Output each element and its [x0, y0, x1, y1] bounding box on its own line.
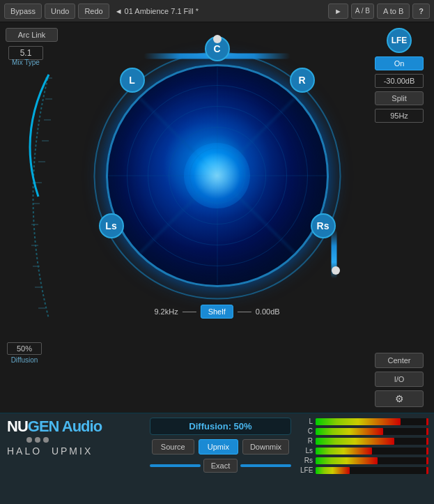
vu-tick-rs: [426, 457, 428, 464]
vu-bar-ls: [316, 448, 372, 455]
filter-controls: 9.2kHz Shelf 0.00dB: [154, 305, 279, 319]
logo-nu: NU: [7, 418, 28, 435]
play-button[interactable]: ►: [328, 3, 348, 19]
vu-row-r: R: [300, 437, 428, 445]
diffusion-value[interactable]: 50%: [7, 342, 42, 355]
source-button[interactable]: Source: [152, 439, 194, 455]
top-bar-right: ► A / B A to B ?: [328, 3, 430, 19]
io-button[interactable]: I/O: [375, 372, 424, 387]
logo-dot-3: [43, 437, 49, 443]
upmix-button[interactable]: Upmix: [199, 439, 238, 455]
arc-dot-top[interactable]: [213, 35, 222, 43]
track-name: ◄ 01 Ambience 7.1 Fill *: [115, 7, 325, 15]
nugen-logo: NUGEN Audio: [7, 419, 102, 434]
diffusion-label: Diffusion: [7, 356, 42, 364]
vu-tick-c: [426, 428, 428, 435]
vu-bar-container-c: [316, 428, 428, 435]
diffusion-arc[interactable]: [3, 64, 56, 329]
vu-label-c: C: [300, 427, 313, 435]
center-button[interactable]: Center: [375, 353, 424, 368]
product-upmix: UPMIX: [52, 445, 93, 457]
vu-row-rs: Rs: [300, 457, 428, 464]
atob-button[interactable]: A to B: [377, 3, 410, 19]
visualizer-container: C L R Ls Rs: [85, 29, 350, 322]
diffusion-controls: 50% Diffusion: [7, 342, 42, 364]
exact-button[interactable]: Exact: [203, 459, 238, 473]
vu-bar-lfe: [316, 467, 350, 474]
exact-controls: Exact: [150, 459, 291, 473]
vu-row-lfe: LFE: [300, 466, 428, 474]
redo-button[interactable]: Redo: [78, 3, 109, 19]
vu-label-rs: Rs: [300, 457, 313, 464]
arc-dot-right[interactable]: [332, 266, 340, 275]
connector-right: [238, 312, 251, 312]
vu-row-l: L: [300, 418, 428, 425]
speaker-L[interactable]: L: [120, 68, 145, 93]
diffusion-readout: Diffusion: 50%: [150, 418, 291, 435]
vu-label-lfe: LFE: [300, 466, 313, 474]
exact-slider[interactable]: [150, 464, 201, 467]
lfe-on-button[interactable]: On: [375, 56, 424, 70]
center-area: C L R Ls Rs: [70, 22, 364, 413]
lfe-db-value[interactable]: -30.00dB: [375, 74, 424, 88]
downmix-button[interactable]: Downmix: [242, 439, 289, 455]
vu-label-r: R: [300, 437, 313, 445]
vu-tick-l: [426, 418, 428, 425]
vu-bar-container-rs: [316, 457, 428, 464]
logo-gen: GEN: [28, 418, 59, 435]
vu-row-c: C: [300, 427, 428, 435]
vu-tick-ls: [426, 448, 428, 455]
db-label: 0.00dB: [256, 307, 280, 316]
connector-left: [183, 312, 196, 312]
logo-dot-2: [35, 437, 40, 443]
vu-bar-container-ls: [316, 448, 428, 455]
freq-label: 9.2kHz: [154, 307, 178, 316]
visualizer-display: [106, 64, 329, 287]
bottom-section: NUGEN Audio HALO UPMIX Diffusion: 50% So…: [0, 413, 434, 504]
product-name: HALO UPMIX: [7, 445, 93, 457]
logo-dots: [26, 437, 49, 443]
vu-tick-r: [426, 438, 428, 445]
speaker-R[interactable]: R: [290, 68, 315, 93]
vu-bar-container-r: [316, 438, 428, 445]
left-panel: Arc Link 5.1 Mix Type: [0, 22, 70, 413]
vu-bar-l: [316, 418, 401, 425]
bypass-button[interactable]: Bypass: [4, 3, 42, 19]
logo-area: NUGEN Audio HALO UPMIX: [0, 413, 146, 504]
speaker-Ls[interactable]: Ls: [99, 213, 124, 238]
vu-bar-container-l: [316, 418, 428, 425]
product-halo: HALO: [7, 445, 42, 457]
vu-label-ls: Ls: [300, 447, 313, 455]
vu-meter-panel: LCRLsRsLFE: [295, 413, 434, 504]
exact-slider-right[interactable]: [240, 464, 291, 467]
speaker-LFE[interactable]: LFE: [387, 28, 412, 53]
undo-button[interactable]: Undo: [45, 3, 75, 19]
vu-label-l: L: [300, 418, 313, 425]
arc-link-button[interactable]: Arc Link: [6, 28, 58, 42]
main-area: Arc Link 5.1 Mix Type: [0, 22, 434, 413]
help-button[interactable]: ?: [412, 3, 430, 19]
right-panel: LFE On -30.00dB Split 95Hz Center I/O ⚙: [364, 22, 434, 413]
vu-bar-c: [316, 428, 383, 435]
vu-bar-rs: [316, 457, 378, 464]
shelf-button[interactable]: Shelf: [201, 305, 233, 319]
speaker-Rs[interactable]: Rs: [311, 213, 336, 238]
lfe-split-button[interactable]: Split: [375, 91, 424, 105]
mode-buttons: Source Upmix Downmix: [152, 439, 289, 455]
bottom-controls-area: Diffusion: 50% Source Upmix Downmix Exac…: [146, 413, 295, 504]
vu-bar-r: [316, 438, 394, 445]
vu-tick-lfe: [426, 467, 428, 474]
ab-button[interactable]: A / B: [351, 3, 374, 19]
lfe-hz-value[interactable]: 95Hz: [375, 109, 424, 123]
vu-row-ls: Ls: [300, 447, 428, 455]
gear-button[interactable]: ⚙: [375, 390, 424, 407]
logo-dot-1: [26, 437, 32, 443]
mix-type-value[interactable]: 5.1: [8, 46, 43, 60]
top-bar: Bypass Undo Redo ◄ 01 Ambience 7.1 Fill …: [0, 0, 434, 22]
vu-bar-container-lfe: [316, 467, 428, 474]
logo-audio: Audio: [59, 418, 102, 435]
